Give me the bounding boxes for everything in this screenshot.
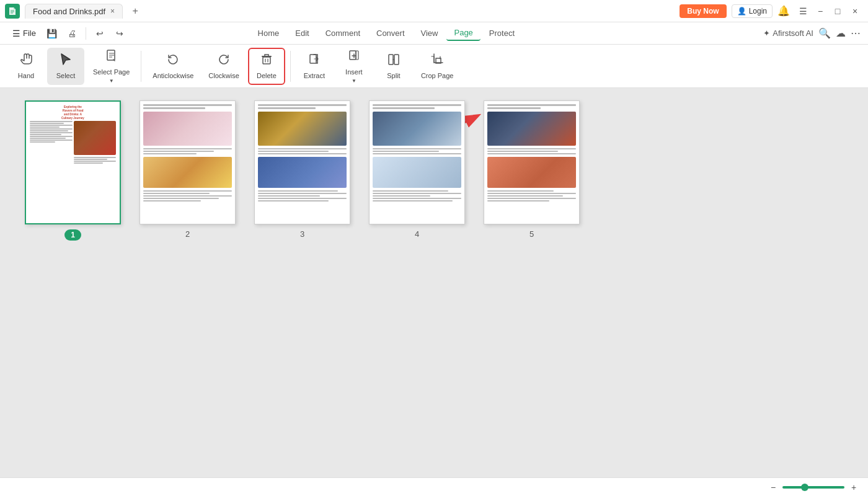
page-item-2[interactable]: 2 [140, 100, 236, 239]
page-number-4: 4 [415, 229, 419, 239]
nav-protect[interactable]: Protect [482, 26, 522, 40]
file-menu[interactable]: ☰ File [7, 26, 41, 41]
menu-right: ✦ Afirstsoft AI 🔍 ☁ ⋯ [763, 27, 861, 39]
split-icon [387, 53, 401, 69]
select-icon [59, 53, 73, 69]
insert-label: Insert [345, 68, 363, 76]
page-number-2: 2 [185, 229, 190, 239]
delete-button[interactable]: Delete [248, 48, 285, 85]
content-area: Exploring theFlavors of Foodand Drinks: … [0, 88, 868, 477]
more-options-button[interactable]: ⋯ [851, 27, 861, 39]
select-page-icon [105, 49, 118, 66]
zoom-thumb[interactable] [801, 484, 808, 491]
svg-rect-7 [394, 55, 399, 64]
anticlockwise-icon [166, 53, 180, 69]
delete-icon [260, 53, 273, 69]
page-item-3[interactable]: 3 [254, 100, 350, 239]
ai-button[interactable]: ✦ Afirstsoft AI [763, 29, 813, 38]
search-button[interactable]: 🔍 [818, 27, 831, 39]
ai-label: Afirstsoft AI [773, 29, 813, 38]
svg-rect-2 [263, 57, 270, 64]
buy-now-button[interactable]: Buy Now [680, 4, 726, 18]
page-thumb-1: Exploring theFlavors of Foodand Drinks: … [25, 100, 121, 224]
add-tab-button[interactable]: + [128, 4, 143, 19]
pages-row: Exploring theFlavors of Foodand Drinks: … [25, 100, 580, 241]
ai-sparkle-icon: ✦ [763, 29, 770, 38]
nav-page[interactable]: Page [446, 25, 480, 41]
toolbar-separator-1 [141, 51, 141, 82]
page-thumb-5 [484, 100, 580, 224]
insert-arrow-icon: ▼ [352, 78, 356, 84]
minimize-button[interactable]: − [812, 3, 828, 19]
zoom-in-button[interactable]: + [847, 480, 861, 494]
svg-rect-4 [350, 51, 356, 60]
cloud-button[interactable]: ☁ [836, 27, 846, 39]
restore-button[interactable]: □ [830, 3, 846, 19]
print-button[interactable]: 🖨 [63, 25, 81, 42]
zoom-out-button[interactable]: − [766, 480, 780, 494]
page-item-5[interactable]: 5 [484, 100, 580, 239]
redo-button[interactable]: ↪ [111, 25, 128, 42]
insert-icon [347, 49, 361, 66]
split-button[interactable]: Split [375, 48, 412, 85]
page-item-4[interactable]: 4 [369, 100, 465, 239]
toolbar: Hand Select Select Page ▼ [0, 45, 868, 88]
clockwise-button[interactable]: Clockwise [202, 48, 246, 85]
svg-rect-6 [389, 55, 393, 64]
separator [86, 27, 86, 40]
select-page-button[interactable]: Select Page ▼ [87, 48, 136, 85]
hand-tool-button[interactable]: Hand [7, 48, 45, 85]
anticlockwise-button[interactable]: Anticlockwise [146, 48, 200, 85]
menu-bar: ☰ File 💾 🖨 ↩ ↪ Home Edit Comment Convert… [0, 22, 868, 45]
delete-label: Delete [257, 72, 277, 79]
zoom-slider[interactable] [782, 486, 844, 489]
login-button[interactable]: 👤 Login [732, 4, 773, 18]
zoom-controls: − + [766, 480, 861, 494]
nav-home[interactable]: Home [250, 26, 287, 40]
tab-close-button[interactable]: × [110, 7, 115, 16]
nav-edit[interactable]: Edit [288, 26, 316, 40]
nav-convert[interactable]: Convert [369, 26, 412, 40]
crop-icon [430, 53, 444, 69]
page-number-3: 3 [300, 229, 304, 239]
nav-view[interactable]: View [414, 26, 446, 40]
svg-rect-5 [356, 51, 358, 60]
page-number-5: 5 [529, 229, 534, 239]
anticlockwise-label: Anticlockwise [153, 72, 193, 79]
toolbar-separator-2 [290, 51, 291, 82]
file-tab[interactable]: Food and Drinks.pdf × [25, 4, 123, 19]
nav-menu: Home Edit Comment Convert View Page Prot… [250, 25, 523, 41]
title-bar-right: Buy Now 👤 Login 🔔 ☰ − □ × [680, 3, 863, 19]
hand-label: Hand [18, 72, 34, 79]
window-controls: ☰ − □ × [795, 3, 863, 19]
save-button[interactable]: 💾 [43, 25, 61, 42]
hamburger-icon: ☰ [12, 29, 20, 38]
crop-page-button[interactable]: Crop Page [415, 48, 460, 85]
select-tool-button[interactable]: Select [47, 48, 84, 85]
hand-icon [19, 53, 33, 69]
insert-button[interactable]: Insert ▼ [335, 48, 373, 85]
undo-button[interactable]: ↩ [91, 25, 108, 42]
page-number-badge-1: 1 [64, 229, 81, 241]
user-icon: 👤 [737, 7, 746, 16]
page-thumb-3 [254, 100, 350, 224]
page-thumb-4 [369, 100, 465, 224]
extract-button[interactable]: Extract [296, 48, 333, 85]
notification-bell-icon[interactable]: 🔔 [777, 5, 790, 17]
select-page-label: Select Page [93, 68, 130, 76]
menu-button[interactable]: ☰ [795, 3, 811, 19]
status-bar: − + [0, 477, 868, 496]
title-bar-left: Food and Drinks.pdf × + [5, 4, 143, 19]
nav-comment[interactable]: Comment [318, 26, 368, 40]
clockwise-icon [217, 53, 231, 69]
page-item-1[interactable]: Exploring theFlavors of Foodand Drinks: … [25, 100, 121, 241]
title-bar: Food and Drinks.pdf × + Buy Now 👤 Login … [0, 0, 868, 22]
crop-page-label: Crop Page [421, 72, 454, 79]
select-page-arrow-icon: ▼ [109, 78, 114, 84]
app-logo [5, 4, 20, 19]
extract-label: Extract [304, 72, 325, 79]
close-button[interactable]: × [847, 3, 863, 19]
split-label: Split [387, 72, 400, 79]
clockwise-label: Clockwise [208, 72, 239, 79]
page-thumb-2 [140, 100, 236, 224]
